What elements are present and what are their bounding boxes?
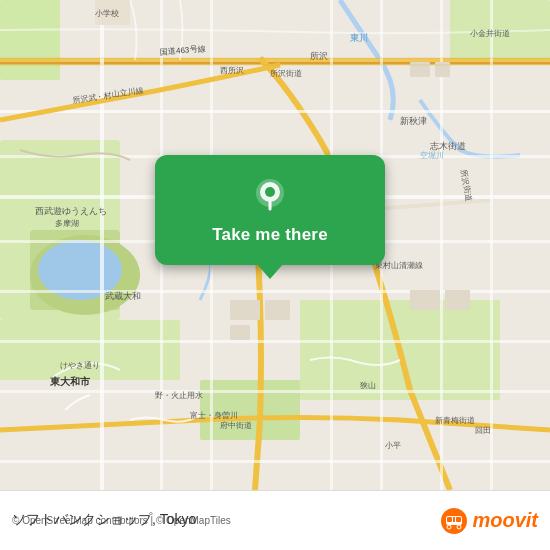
svg-point-41 (265, 187, 275, 197)
take-me-there-button[interactable]: Take me there (155, 155, 385, 265)
svg-rect-19 (0, 110, 550, 113)
svg-rect-35 (265, 300, 290, 320)
svg-rect-26 (0, 460, 550, 463)
svg-rect-5 (0, 320, 180, 380)
svg-rect-34 (230, 300, 260, 320)
svg-rect-37 (410, 290, 440, 310)
bottom-overlay: ソフトバンクショップ, Tokyo (0, 490, 550, 550)
map: 小学校 小金井街道 国道463号線 所沢 東川 西所沢 所沢街道 所沢武・村山立… (0, 0, 550, 490)
location-pin-icon (249, 175, 291, 217)
button-label: Take me there (212, 225, 328, 245)
svg-rect-38 (445, 290, 470, 310)
svg-rect-36 (230, 325, 250, 340)
svg-rect-18 (490, 0, 493, 490)
place-name: ソフトバンクショップ, Tokyo (12, 511, 196, 529)
svg-rect-12 (100, 0, 104, 490)
svg-rect-27 (95, 0, 130, 25)
svg-rect-8 (0, 0, 60, 80)
svg-rect-24 (0, 340, 550, 343)
svg-rect-28 (410, 62, 430, 77)
svg-rect-25 (0, 390, 550, 393)
svg-rect-7 (200, 380, 300, 440)
svg-rect-29 (435, 62, 450, 77)
